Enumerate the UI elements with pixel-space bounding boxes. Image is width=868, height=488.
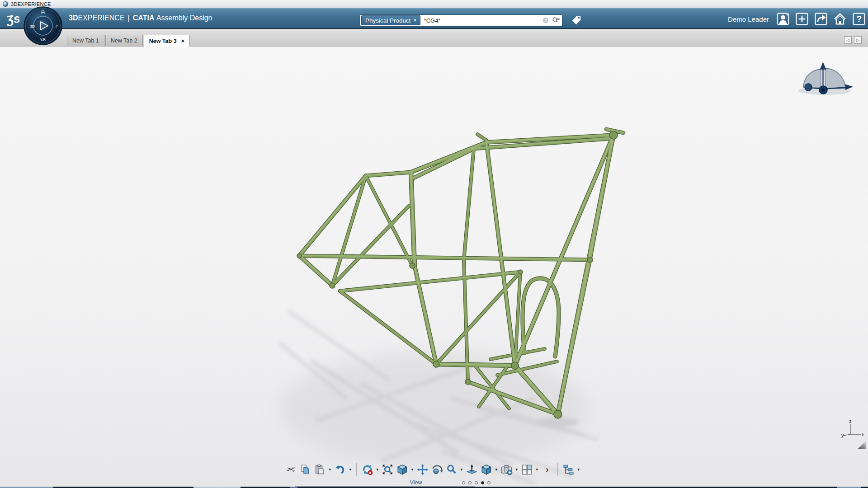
expand-more-icon: ›	[546, 465, 548, 474]
3d-viewport[interactable]: ✂▾▾▾▾▾▾▾▾›▾ View z y x	[0, 47, 868, 488]
pan-icon	[416, 464, 429, 476]
capture-dropdown-arrow[interactable]: ▾	[514, 467, 519, 472]
tree-reorder-dropdown-arrow[interactable]: ▾	[576, 467, 581, 472]
undo-dropdown-arrow[interactable]: ▾	[348, 467, 353, 472]
fit-all-icon	[382, 464, 393, 475]
search-bar[interactable]: Physical Product ▾ *CG4*	[360, 14, 562, 26]
tab-new-tab-1[interactable]: New Tab 1	[67, 35, 104, 46]
undo-button[interactable]	[333, 463, 347, 476]
paste-dropdown-arrow[interactable]: ▾	[327, 467, 332, 472]
carousel-dot[interactable]	[468, 481, 472, 484]
toolbar-separator	[356, 463, 357, 476]
home-icon[interactable]	[832, 12, 847, 27]
capture-button[interactable]	[500, 463, 513, 476]
tab-new-tab-2[interactable]: New Tab 2	[105, 35, 143, 46]
tree-reorder-button[interactable]	[561, 463, 575, 476]
iso-view-dropdown-arrow[interactable]: ▾	[494, 467, 499, 472]
capture-icon	[500, 463, 513, 476]
paste-icon	[314, 464, 326, 475]
app-header: Ʒs 3DEXPERIENCE|CATIA Assembly Design Ph…	[0, 8, 868, 29]
tab-scroll-right-button[interactable]: ▷	[854, 36, 862, 44]
carousel-dot[interactable]	[475, 481, 478, 484]
view-cube-icon	[396, 464, 408, 476]
view-cube-dropdown-arrow[interactable]: ▾	[410, 467, 415, 472]
view-compass-widget[interactable]	[795, 61, 854, 99]
tree-reorder-icon	[562, 464, 575, 476]
add-icon[interactable]	[794, 12, 809, 27]
paste-button[interactable]	[313, 463, 326, 476]
page-curl-handle[interactable]	[857, 440, 867, 452]
section-tab-view[interactable]: View	[387, 479, 445, 486]
section-carousel-dots	[462, 481, 491, 484]
app-title: 3DEXPERIENCE|CATIA Assembly Design	[69, 14, 212, 22]
update-icon	[361, 464, 373, 476]
tab-new-tab-3[interactable]: New Tab 3×	[144, 35, 190, 47]
carousel-dot[interactable]	[487, 481, 491, 484]
undo-icon	[334, 464, 346, 475]
user-profile-icon[interactable]	[775, 12, 790, 27]
clear-search-icon[interactable]	[542, 17, 549, 23]
zoom-dropdown-arrow[interactable]: ▾	[459, 467, 464, 472]
multi-view-dropdown-arrow[interactable]: ▾	[534, 467, 539, 472]
tab-label: New Tab 1	[72, 38, 99, 44]
compass-up-arrow	[820, 62, 826, 70]
svg-text:Ʒs: Ʒs	[5, 12, 21, 27]
action-toolbar: ✂▾▾▾▾▾▾▾▾›▾	[284, 463, 581, 476]
user-name[interactable]: Demo Leader	[728, 15, 769, 23]
multi-view-button[interactable]	[520, 463, 533, 476]
fit-all-button[interactable]	[381, 463, 394, 476]
dassault-systemes-logo-icon: Ʒs	[5, 10, 24, 28]
app-icon	[3, 1, 8, 7]
rotate-icon	[431, 464, 443, 476]
window-title: 3DEXPERIENCE	[11, 1, 51, 7]
help-icon[interactable]: ?	[851, 12, 866, 27]
normal-to-icon	[466, 464, 478, 476]
update-dropdown-arrow[interactable]: ▾	[375, 467, 380, 472]
assembly-model-frame[interactable]	[0, 47, 868, 488]
tag-icon[interactable]	[571, 14, 582, 26]
search-input[interactable]: *CG4*	[424, 17, 542, 24]
carousel-dot[interactable]	[481, 481, 484, 484]
axis-x-label: x	[862, 432, 863, 437]
compass-right-arrow	[845, 84, 853, 90]
cut-icon: ✂	[287, 465, 295, 475]
copy-icon	[299, 464, 311, 475]
iso-view-button[interactable]	[479, 463, 493, 476]
share-icon[interactable]	[813, 12, 828, 27]
search-scope-dropdown[interactable]: Physical Product ▾	[361, 15, 420, 25]
tab-scroll-left-button[interactable]: ◁	[844, 36, 852, 44]
compass-left-sphere	[805, 84, 812, 91]
axis-triad: z y x	[841, 419, 863, 441]
compass-quadrant-vr: V.R	[40, 38, 46, 42]
tab-label: New Tab 3	[149, 38, 177, 44]
advanced-search-icon[interactable]	[552, 16, 560, 25]
normal-to-button[interactable]	[465, 463, 478, 476]
rotate-button[interactable]	[430, 463, 443, 476]
tab-label: New Tab 2	[111, 38, 137, 44]
copy-button[interactable]	[298, 463, 312, 476]
compass-arc-right	[825, 68, 845, 89]
axis-y-label: y	[841, 432, 844, 438]
axis-z-label: z	[849, 419, 852, 424]
window-titlebar: 3DEXPERIENCE	[0, 0, 868, 8]
expand-more-button[interactable]: ›	[540, 463, 554, 476]
view-cube-button[interactable]	[395, 463, 409, 476]
update-button[interactable]	[360, 463, 374, 476]
compass-quadrant-info: i²	[56, 24, 58, 28]
iso-view-icon	[480, 464, 492, 476]
carousel-dot[interactable]	[462, 481, 465, 484]
3dexperience-compass-button[interactable]: 3D V.R i²	[24, 6, 62, 45]
application-window: 3DEXPERIENCE ✕ Ʒs 3DEXPERIENCE|CATIA Ass…	[0, 0, 868, 488]
chevron-down-icon: ▾	[414, 18, 416, 23]
tab-strip: New Tab 1New Tab 2New Tab 3× ◁ ▷	[0, 29, 868, 47]
tab-close-icon[interactable]: ×	[181, 38, 185, 44]
zoom-icon	[445, 464, 457, 475]
pan-button[interactable]	[415, 463, 429, 476]
toolbar-separator	[557, 463, 558, 476]
svg-text:?: ?	[856, 14, 861, 24]
zoom-button[interactable]	[444, 463, 458, 476]
compass-quadrant-3d: 3D	[30, 24, 35, 28]
multi-view-icon	[521, 464, 533, 476]
cut-button[interactable]: ✂	[284, 463, 297, 476]
